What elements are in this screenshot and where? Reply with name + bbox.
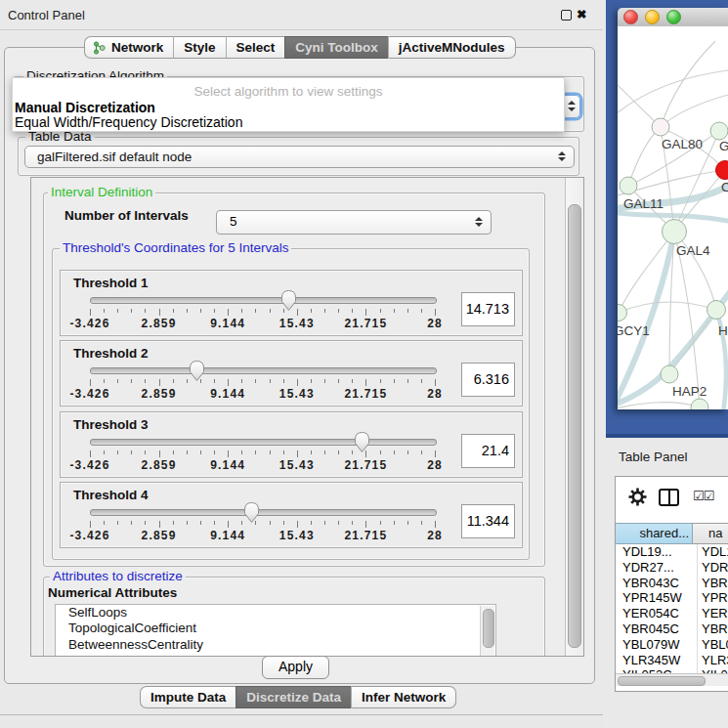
threshold-panel-1: Threshold 1-3.4262.8599.14415.4321.71528… — [60, 270, 523, 336]
slider-tick-mark — [338, 450, 339, 454]
right-node[interactable] — [707, 301, 726, 320]
algorithm-option-manual-discretization[interactable]: Manual Discretization — [15, 100, 155, 115]
cell-name[interactable]: YDR2 — [697, 560, 728, 576]
cell-name[interactable]: YER0 — [697, 606, 728, 621]
cell-shared-name[interactable]: YPR145W — [616, 590, 697, 606]
table-row-ybr045c[interactable]: YBR045CYBR0 — [616, 621, 728, 637]
table-row-ypr145w[interactable]: YPR145WYPR1 — [616, 590, 728, 606]
slider-tick-mark — [407, 450, 408, 454]
gear-icon[interactable] — [628, 488, 647, 506]
slider-tick-mark — [365, 309, 366, 316]
column-header-name[interactable]: na — [693, 523, 728, 544]
number-of-intervals-value: 5 — [230, 214, 237, 229]
tab-jactivemnodules[interactable]: jActiveMNodules — [388, 36, 516, 59]
cell-name[interactable]: YBR0 — [697, 621, 728, 637]
algorithm-option-equal-width-frequency-discretization[interactable]: Equal Width/Frequency Discretization — [15, 114, 242, 130]
network-window-titlebar — [618, 8, 728, 27]
table-panel: ☑☑ shared... na YDL19...YDL1YDR27...YDR2… — [615, 476, 728, 692]
columns-icon[interactable] — [659, 489, 679, 506]
table-row-ybr043c[interactable]: YBR043CYBR0 — [616, 576, 728, 591]
threshold-value-field-3[interactable]: 21.4 — [461, 434, 515, 468]
threshold-slider-track-2[interactable] — [90, 367, 437, 374]
combo-arrows-icon — [568, 101, 576, 112]
threshold-slider-track-3[interactable] — [90, 439, 437, 446]
table-horizontal-scrollbar[interactable] — [616, 673, 728, 686]
tab-impute-data[interactable]: Impute Data — [140, 686, 236, 708]
column-header-shared-name[interactable]: shared... — [616, 523, 693, 544]
tab-select[interactable]: Select — [226, 36, 285, 59]
attribute-item-selfloops[interactable]: SelfLoops — [56, 605, 495, 621]
slider-tick-mark — [187, 521, 188, 525]
minimize-traffic-light[interactable] — [645, 10, 660, 24]
close-traffic-light[interactable] — [623, 10, 638, 24]
settings-scrollbar[interactable] — [565, 178, 584, 656]
settings-scrollbar-thumb[interactable] — [568, 204, 581, 648]
apply-button[interactable]: Apply — [262, 656, 329, 679]
cell-shared-name[interactable]: YBR045C — [616, 621, 697, 637]
table-data-combo[interactable]: galFiltered.sif default node — [24, 146, 575, 168]
gal4-node[interactable] — [663, 220, 687, 244]
cell-name[interactable]: YBL0 — [697, 637, 728, 653]
attributes-list-scrollbar-thumb[interactable] — [483, 609, 494, 648]
threshold-slider-thumb-1[interactable] — [279, 289, 298, 311]
red-node[interactable] — [716, 161, 728, 180]
threshold-panel-4: Threshold 4-3.4262.8599.14415.4321.71528… — [60, 482, 523, 548]
cell-shared-name[interactable]: YDR27... — [616, 560, 697, 576]
slider-tick-mark — [338, 521, 339, 525]
threshold-label-1: Threshold 1 — [73, 276, 149, 290]
threshold-slider-thumb-3[interactable] — [353, 431, 371, 452]
slider-tick-mark — [324, 450, 325, 454]
cell-name[interactable]: YPR1 — [697, 590, 728, 606]
tab-cyni-toolbox-label: Cyni Toolbox — [295, 40, 378, 55]
number-of-intervals-spinner[interactable]: 5 — [216, 210, 492, 235]
table-row-ylr345w[interactable]: YLR345WYLR3 — [616, 653, 728, 668]
slider-tick-mark — [104, 521, 105, 525]
threshold-slider-thumb-2[interactable] — [188, 360, 206, 381]
threshold-value-field-2[interactable]: 6.316 — [461, 363, 515, 397]
hap2-node[interactable] — [661, 365, 678, 383]
tab-discretize-data[interactable]: Discretize Data — [236, 686, 351, 708]
cell-name[interactable]: YLR3 — [697, 653, 728, 668]
cell-name[interactable]: YDL1 — [697, 544, 728, 560]
gcy1-node[interactable] — [618, 305, 627, 321]
close-panel-icon[interactable]: ✖ — [577, 7, 586, 21]
attribute-item-betweennesscentrality[interactable]: BetweennessCentrality — [56, 637, 495, 653]
threshold-value-field-1[interactable]: 14.713 — [461, 292, 515, 326]
bottom-node[interactable] — [691, 399, 708, 409]
slider-tick-mark — [173, 309, 174, 313]
cell-shared-name[interactable]: YER054C — [616, 606, 697, 621]
threshold-slider-thumb-4[interactable] — [242, 501, 261, 523]
gal11-node[interactable] — [620, 177, 637, 194]
slider-tick-mark — [159, 379, 160, 386]
zoom-traffic-light[interactable] — [666, 10, 681, 24]
float-window-icon[interactable] — [561, 10, 572, 21]
table-row-yer054c[interactable]: YER054CYER0 — [616, 606, 728, 621]
slider-tick-mark — [131, 521, 132, 525]
top-right-node[interactable] — [710, 122, 728, 140]
threshold-value-field-4[interactable]: 11.344 — [461, 504, 515, 538]
attribute-item-topologicalcoefficient[interactable]: TopologicalCoefficient — [56, 621, 495, 636]
select-columns-icon[interactable]: ☑☑ — [693, 489, 713, 503]
table-hscrollbar-thumb[interactable] — [618, 676, 706, 686]
slider-tick-label: 21.715 — [344, 458, 387, 472]
network-canvas[interactable]: GAL80GACGAL11GAL4GCY1HHAP2 — [618, 26, 728, 409]
tab-infer-network[interactable]: Infer Network — [351, 686, 456, 708]
slider-tick-mark — [228, 450, 229, 457]
cell-name[interactable]: YBR0 — [697, 576, 728, 591]
tab-style[interactable]: Style — [173, 36, 225, 59]
attributes-list-scrollbar[interactable] — [480, 606, 494, 657]
cell-shared-name[interactable]: YLR345W — [616, 653, 697, 668]
table-row-ybl079w[interactable]: YBL079WYBL0 — [616, 637, 728, 653]
cell-shared-name[interactable]: YDL19... — [616, 544, 697, 560]
tab-cyni-toolbox[interactable]: Cyni Toolbox — [284, 36, 388, 59]
node-label-gcy1: GCY1 — [618, 323, 650, 338]
table-row-ydl19-[interactable]: YDL19...YDL1 — [616, 544, 728, 560]
threshold-slider-track-1[interactable] — [90, 297, 437, 304]
threshold-slider-track-4[interactable] — [90, 509, 437, 516]
gal80-node[interactable] — [652, 118, 669, 136]
table-row-ydr27-[interactable]: YDR27...YDR2 — [616, 560, 728, 576]
tab-network[interactable]: Network — [84, 36, 173, 59]
cell-shared-name[interactable]: YBL079W — [616, 637, 697, 653]
cell-shared-name[interactable]: YBR043C — [616, 576, 697, 591]
numerical-attributes-list[interactable]: SelfLoopsTopologicalCoefficientBetweenne… — [55, 604, 496, 657]
